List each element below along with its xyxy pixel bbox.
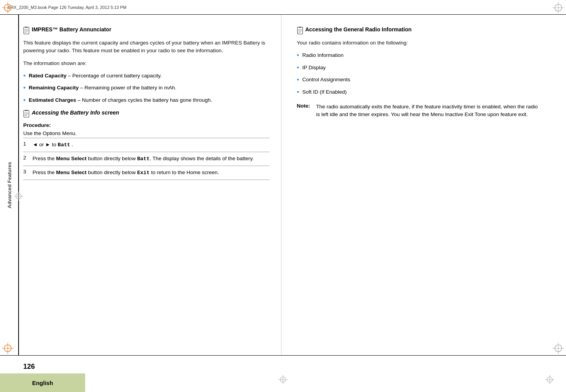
bullet-text-3: – Number of charges cycles the battery h… — [76, 97, 212, 103]
step-1-text: ◄ or ► to Batt . — [33, 141, 73, 149]
step-2-row: 2 Press the Menu Select button directly … — [23, 152, 269, 166]
bullet-bold-3: Estimated Charges — [29, 97, 76, 103]
right-bullet-3: • Control Assignments — [297, 76, 543, 84]
right-bullet-dot-2: • — [297, 64, 299, 72]
right-bullet-text-2: IP Display — [302, 64, 326, 72]
right-bullet-dot-4: • — [297, 88, 299, 97]
bullet-bold-2: Remaining Capacity — [29, 85, 79, 91]
bullet-item-3: • Estimated Charges – Number of charges … — [23, 96, 269, 105]
procedures-section: Procedure: Use the Options Menu. 1 ◄ or … — [23, 122, 269, 180]
section1-body: This feature displays the current capaci… — [23, 39, 269, 55]
main-content: IMPRES™ Battery Annunciator This feature… — [0, 15, 566, 355]
section2-title: Accessing the Battery Info screen — [32, 110, 119, 116]
bullet-dot-1: • — [23, 72, 26, 80]
language-tab: English — [0, 373, 85, 392]
step-3-number: 3 — [23, 169, 29, 175]
top-bar-text: SRX_2200_M3.book Page 126 Tuesday, April… — [8, 5, 127, 10]
right-bullet-dot-3: • — [297, 76, 299, 84]
svg-rect-26 — [298, 27, 301, 28]
section2-heading: Accessing the Battery Info screen — [23, 110, 269, 118]
step-3-row: 3 Press the Menu Select button directly … — [23, 166, 269, 180]
bottom-mid-crosshair — [278, 375, 288, 384]
right-bullet-dot-1: • — [297, 51, 299, 60]
arrow-right-icon: ► — [45, 142, 50, 147]
right-bullet-list: • Radio Information • IP Display • Contr… — [297, 51, 543, 96]
step-1-number: 1 — [23, 141, 29, 147]
procedure-label: Procedure: — [23, 122, 269, 128]
right-section1-icon — [297, 27, 303, 34]
bullet-text-1: – Percentage of current battery capacity… — [67, 73, 162, 79]
section2-icon — [23, 110, 29, 118]
bullet-content-3: Estimated Charges – Number of charges cy… — [29, 96, 269, 104]
step-1-or: or — [39, 142, 45, 147]
step-3-text: Press the Menu Select button directly be… — [33, 169, 219, 177]
right-bullet-text-4: Soft ID (If Enabled) — [302, 88, 347, 96]
step-2-text: Press the Menu Select button directly be… — [33, 155, 254, 163]
section1-title: IMPRES™ Battery Annunciator — [32, 26, 111, 33]
step-2-display: Batt — [137, 156, 149, 162]
step-3-display: Exit — [137, 170, 149, 176]
arrow-left-icon: ◄ — [33, 142, 38, 147]
step-1-period: . — [72, 142, 73, 147]
right-section1-body: Your radio contains information on the f… — [297, 39, 543, 47]
step-3-bold: Menu Select — [56, 169, 87, 175]
step-1-to: to — [52, 142, 58, 147]
section1-icon — [23, 27, 29, 34]
left-column: IMPRES™ Battery Annunciator This feature… — [0, 15, 281, 355]
use-menu-text: Use the Options Menu. — [23, 130, 269, 136]
right-bullet-text-1: Radio Information — [302, 51, 344, 59]
bullet-item-1: • Rated Capacity – Percentage of current… — [23, 72, 269, 80]
right-section1-title: Accessing the General Radio Information — [305, 26, 412, 33]
right-bullet-text-3: Control Assignments — [302, 76, 350, 84]
bullet-bold-1: Rated Capacity — [29, 73, 67, 79]
step-2-bold: Menu Select — [56, 156, 87, 161]
bullet-item-2: • Remaining Capacity – Remaining power o… — [23, 84, 269, 92]
footer: 126 English — [0, 355, 566, 392]
language-label: English — [32, 380, 53, 386]
corner-mark-tl — [2, 2, 14, 14]
top-bar: SRX_2200_M3.book Page 126 Tuesday, April… — [0, 0, 566, 15]
svg-rect-25 — [297, 27, 302, 34]
section1-bullet-list: • Rated Capacity – Percentage of current… — [23, 72, 269, 105]
bottom-right-crosshair — [545, 375, 554, 384]
corner-mark-tr — [552, 2, 564, 14]
svg-rect-20 — [24, 110, 29, 117]
step-1-row: 1 ◄ or ► to Batt . — [23, 138, 269, 152]
svg-rect-16 — [25, 27, 28, 28]
bullet-content-2: Remaining Capacity – Remaining power of … — [29, 84, 269, 92]
right-column: Accessing the General Radio Information … — [281, 15, 566, 355]
bullet-text-2: – Remaining power of the battery in mAh. — [79, 85, 176, 91]
bullet-dot-2: • — [23, 84, 26, 92]
right-bullet-1: • Radio Information — [297, 51, 543, 60]
right-bullet-2: • IP Display — [297, 64, 543, 72]
step-1-display: Batt — [58, 142, 70, 148]
section1-info-label: The information shown are: — [23, 60, 269, 67]
step-2-number: 2 — [23, 155, 29, 161]
section1-heading: IMPRES™ Battery Annunciator — [23, 26, 269, 34]
note-block: Note: The radio automatically exits the … — [297, 103, 543, 119]
right-section1-heading: Accessing the General Radio Information — [297, 26, 543, 34]
note-content: The radio automatically exits the featur… — [316, 103, 543, 119]
bullet-content-1: Rated Capacity – Percentage of current b… — [29, 72, 269, 80]
page-number: 126 — [23, 363, 35, 371]
svg-rect-15 — [24, 27, 29, 34]
note-label: Note: — [297, 103, 312, 109]
bullet-dot-3: • — [23, 96, 26, 105]
right-bullet-4: • Soft ID (If Enabled) — [297, 88, 543, 97]
svg-rect-21 — [25, 110, 28, 111]
